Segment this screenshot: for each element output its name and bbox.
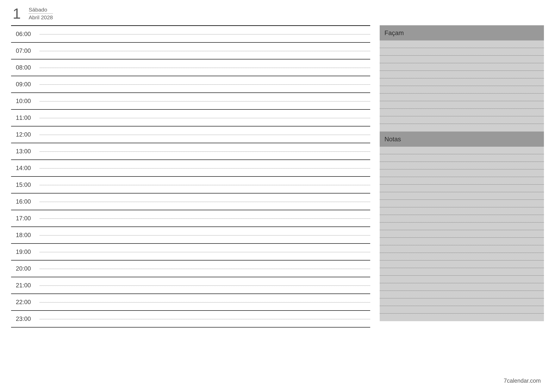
month-year-label: Abril 2028 — [29, 14, 53, 21]
notes-line — [380, 200, 544, 207]
hour-label: 11:00 — [11, 114, 40, 121]
hour-label: 12:00 — [11, 131, 40, 138]
notes-line — [380, 306, 544, 314]
hour-label: 09:00 — [11, 81, 40, 88]
notes-line — [380, 207, 544, 215]
hour-label: 19:00 — [11, 249, 40, 255]
notes-line — [380, 177, 544, 185]
hour-row: 22:00 — [11, 294, 370, 311]
hour-writing-area — [40, 26, 370, 42]
notes-line — [380, 154, 544, 162]
hour-writing-area — [40, 261, 370, 277]
hour-label: 13:00 — [11, 148, 40, 155]
hour-row: 14:00 — [11, 160, 370, 177]
hour-label: 10:00 — [11, 98, 40, 105]
hour-label: 21:00 — [11, 282, 40, 289]
todo-line — [380, 63, 544, 71]
hour-label: 23:00 — [11, 315, 40, 322]
hour-row: 07:00 — [11, 43, 370, 59]
todo-line — [380, 93, 544, 101]
hour-writing-area — [40, 127, 370, 143]
hour-row: 21:00 — [11, 277, 370, 294]
notes-body — [380, 147, 544, 321]
todo-line — [380, 109, 544, 116]
hour-writing-area — [40, 244, 370, 260]
hour-label: 15:00 — [11, 181, 40, 188]
hour-label: 20:00 — [11, 265, 40, 272]
hour-writing-area — [40, 227, 370, 243]
todo-body — [380, 41, 544, 131]
notes-line — [380, 268, 544, 276]
hour-row: 23:00 — [11, 311, 370, 328]
hour-writing-area — [40, 177, 370, 193]
hour-row: 06:00 — [11, 26, 370, 43]
hour-row: 11:00 — [11, 110, 370, 127]
day-info: Sábado Abril 2028 — [29, 7, 53, 21]
todo-line — [380, 86, 544, 93]
hour-label: 08:00 — [11, 64, 40, 71]
notes-line — [380, 215, 544, 222]
hour-writing-area — [40, 210, 370, 227]
notes-line — [380, 276, 544, 283]
hour-row: 12:00 — [11, 127, 370, 143]
sidebar: Façam Notas — [380, 25, 544, 328]
notes-line — [380, 291, 544, 299]
todo-line — [380, 56, 544, 63]
todo-line — [380, 41, 544, 48]
hour-writing-area — [40, 277, 370, 293]
hour-writing-area — [40, 294, 370, 310]
notes-line — [380, 299, 544, 306]
hour-row: 15:00 — [11, 177, 370, 193]
hour-writing-area — [40, 110, 370, 126]
notes-line — [380, 162, 544, 170]
notes-line — [380, 170, 544, 177]
weekday-label: Sábado — [29, 7, 53, 14]
todo-line — [380, 48, 544, 56]
hour-writing-area — [40, 59, 370, 76]
todo-line — [380, 124, 544, 131]
day-number: 1 — [13, 6, 21, 21]
hour-row: 17:00 — [11, 210, 370, 227]
todo-header: Façam — [380, 25, 544, 41]
notes-line — [380, 230, 544, 238]
notes-line — [380, 147, 544, 154]
hour-label: 18:00 — [11, 232, 40, 239]
todo-line — [380, 71, 544, 78]
hour-label: 22:00 — [11, 299, 40, 306]
hour-row: 09:00 — [11, 76, 370, 93]
hour-row: 13:00 — [11, 143, 370, 160]
notes-line — [380, 245, 544, 253]
notes-line — [380, 261, 544, 268]
hour-row: 18:00 — [11, 227, 370, 244]
hour-row: 19:00 — [11, 244, 370, 261]
todo-line — [380, 116, 544, 124]
hour-label: 07:00 — [11, 47, 40, 54]
notes-line — [380, 185, 544, 192]
header: 1 Sábado Abril 2028 — [11, 6, 544, 21]
hour-writing-area — [40, 43, 370, 59]
hour-label: 16:00 — [11, 198, 40, 205]
hour-label: 17:00 — [11, 215, 40, 222]
notes-line — [380, 238, 544, 245]
notes-line — [380, 283, 544, 291]
hour-row: 08:00 — [11, 59, 370, 76]
notes-line — [380, 314, 544, 321]
hour-writing-area — [40, 76, 370, 93]
todo-line — [380, 101, 544, 109]
notes-header: Notas — [380, 131, 544, 147]
notes-line — [380, 253, 544, 261]
hour-writing-area — [40, 143, 370, 159]
schedule-grid: 06:0007:0008:0009:0010:0011:0012:0013:00… — [11, 25, 370, 328]
hour-writing-area — [40, 311, 370, 327]
hour-row: 16:00 — [11, 193, 370, 210]
hour-row: 20:00 — [11, 261, 370, 277]
hour-label: 14:00 — [11, 165, 40, 171]
hour-writing-area — [40, 193, 370, 210]
notes-line — [380, 192, 544, 200]
hour-label: 06:00 — [11, 31, 40, 37]
hour-row: 10:00 — [11, 93, 370, 110]
notes-line — [380, 222, 544, 230]
hour-writing-area — [40, 160, 370, 176]
footer-source: 7calendar.com — [504, 378, 541, 384]
hour-writing-area — [40, 93, 370, 109]
